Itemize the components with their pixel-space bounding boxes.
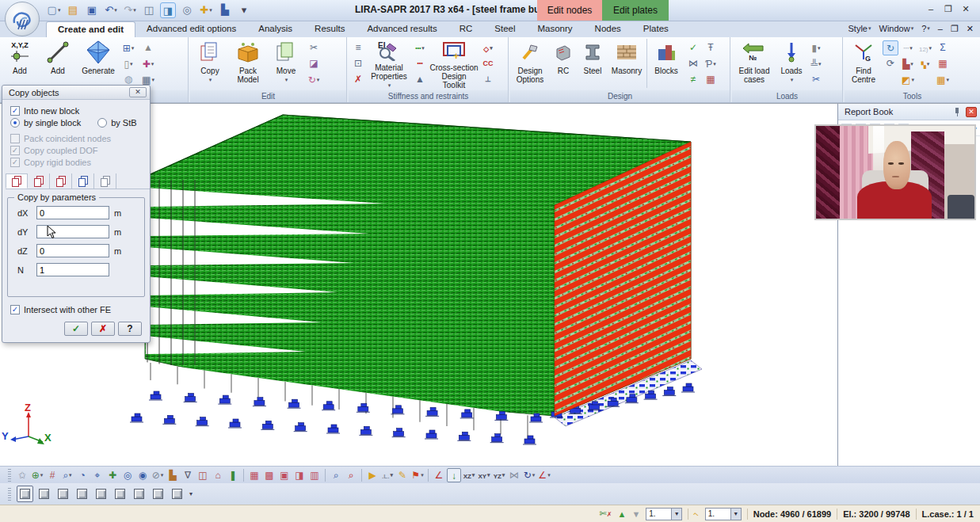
load-case-combo[interactable]: 1.▼ bbox=[646, 508, 682, 520]
column-icon[interactable]: ▯ bbox=[120, 56, 136, 71]
iso-view-3[interactable] bbox=[55, 486, 71, 502]
more-commands-icon[interactable]: ▾ bbox=[236, 2, 252, 18]
ribbon-tab[interactable]: Results bbox=[303, 21, 356, 37]
copy-button[interactable]: Copy bbox=[192, 39, 228, 90]
n-input[interactable] bbox=[36, 263, 109, 276]
truss-icon[interactable]: ▲ bbox=[140, 40, 156, 55]
stiffness-box-icon[interactable]: ⊡ bbox=[350, 56, 366, 71]
proj-xy-icon[interactable]: XY bbox=[477, 468, 491, 482]
toolbar-handle[interactable] bbox=[8, 469, 11, 482]
rotate-copy-icon[interactable]: ↻ bbox=[306, 72, 322, 87]
grid-frame-icon[interactable]: ⊞ bbox=[120, 40, 136, 55]
cross-section-toolkit-button[interactable]: + Cross-section Design Toolkit bbox=[429, 39, 479, 90]
add-node-button[interactable]: X,Y,Z Add bbox=[2, 39, 38, 90]
blocks-button[interactable]: Blocks bbox=[649, 39, 684, 90]
edit-load-cases-button[interactable]: № Edit load cases bbox=[734, 39, 775, 90]
add-bar-button[interactable]: Add bbox=[40, 39, 76, 90]
filter-icon[interactable]: ∇ bbox=[181, 468, 195, 482]
restore-button[interactable]: ❐ bbox=[942, 5, 955, 15]
help-menu[interactable]: ? bbox=[921, 24, 930, 34]
restraints-green-icon[interactable]: ┅ bbox=[412, 40, 428, 55]
flashlight-icon[interactable]: ▶ bbox=[365, 468, 379, 482]
design-options-button[interactable]: Design Options bbox=[512, 39, 548, 90]
axes-vertical-icon[interactable]: ↓ bbox=[447, 468, 461, 482]
cancel-button[interactable]: ✗ bbox=[91, 322, 115, 336]
chart-icon[interactable]: ▙ bbox=[217, 2, 233, 18]
pin-icon[interactable] bbox=[952, 107, 962, 116]
apply-button[interactable]: ✓ bbox=[64, 322, 88, 336]
tab-copy-by-parameters[interactable] bbox=[6, 173, 28, 189]
numbers-icon[interactable]: 12) bbox=[917, 40, 933, 55]
edit-plates-button[interactable]: Edit plates bbox=[602, 0, 669, 21]
pile-icon[interactable]: ⊥ bbox=[480, 72, 496, 87]
new-document-icon[interactable]: ▢ bbox=[46, 2, 62, 18]
close-button[interactable]: ✕ bbox=[959, 5, 972, 15]
perspective-icon[interactable]: ⋈ bbox=[507, 468, 521, 482]
proj-yz-icon[interactable]: YZ bbox=[492, 468, 506, 482]
select-block-icon[interactable]: ⊕ bbox=[30, 468, 44, 482]
pencil-icon[interactable]: ✎ bbox=[395, 468, 410, 482]
edit-nodes-button[interactable]: Edit nodes bbox=[537, 0, 602, 21]
select-rotate-icon[interactable]: ⟳ bbox=[883, 56, 898, 71]
mdi-close-button[interactable]: ✕ bbox=[967, 24, 974, 34]
ribbon-tab[interactable]: RC bbox=[448, 21, 484, 37]
tab-copy-stb[interactable] bbox=[94, 173, 116, 189]
ribbon-tab[interactable]: Advanced edit options bbox=[135, 21, 247, 37]
zoom-dynamic-icon[interactable]: ⌖ bbox=[90, 468, 105, 482]
ribbon-tab[interactable]: Plates bbox=[632, 21, 680, 37]
dialog-close-icon[interactable]: ✕ bbox=[129, 87, 147, 97]
up-level-icon[interactable]: ▲ bbox=[617, 509, 626, 519]
show-loads-icon[interactable]: ◨ bbox=[292, 468, 307, 482]
table-orange-icon[interactable]: ▦ bbox=[935, 72, 951, 87]
tab-copy-by-mirror[interactable] bbox=[50, 173, 72, 189]
steel-button[interactable]: Steel bbox=[578, 39, 607, 90]
save-icon[interactable]: ▣ bbox=[84, 2, 100, 18]
iso-view-4[interactable] bbox=[74, 486, 90, 502]
iso-view-8[interactable] bbox=[150, 486, 166, 502]
copy-coupled-dof-checkbox[interactable]: ✓ bbox=[10, 146, 20, 155]
pack-model-button[interactable]: Pack Model bbox=[230, 39, 266, 90]
select-hand-icon[interactable]: ✚ bbox=[198, 2, 214, 18]
dots-icon[interactable]: ┄ bbox=[900, 40, 916, 55]
toolbar-handle[interactable] bbox=[8, 488, 11, 501]
rotate-view-icon[interactable]: ↻ bbox=[522, 468, 536, 482]
clear-search-icon[interactable]: ⌕ bbox=[344, 468, 358, 482]
show-nodes-icon[interactable]: ▦ bbox=[247, 468, 261, 482]
by-single-block-radio[interactable] bbox=[10, 118, 20, 128]
check-assign-icon[interactable]: ✓ bbox=[685, 40, 701, 55]
move-button[interactable]: Move bbox=[268, 39, 304, 90]
minimize-button[interactable]: – bbox=[925, 5, 937, 15]
zoom-window-icon[interactable]: ◔ bbox=[75, 468, 90, 482]
zoom-out-icon[interactable]: ⌕ bbox=[60, 468, 74, 482]
undo-icon[interactable]: ↶ bbox=[103, 2, 119, 18]
mdi-minimize-button[interactable]: – bbox=[938, 24, 943, 34]
rc-button[interactable]: RC bbox=[550, 39, 577, 90]
show-supports-icon[interactable]: ▣ bbox=[277, 468, 292, 482]
iso-view-6[interactable] bbox=[112, 486, 128, 502]
copy-properties-icon[interactable]: ◪ bbox=[306, 56, 322, 71]
diagonal-icon[interactable]: ⋈ bbox=[685, 56, 701, 71]
style-menu[interactable]: Style bbox=[848, 24, 871, 34]
restore-fragment-icon[interactable]: ⌂ bbox=[211, 468, 225, 482]
down-level-icon[interactable]: ▼ bbox=[631, 509, 640, 519]
search-icon[interactable]: ⌕ bbox=[329, 468, 343, 482]
app-logo[interactable] bbox=[5, 2, 40, 36]
by-stb-radio[interactable] bbox=[97, 118, 107, 128]
cut-icon[interactable]: ✂ bbox=[306, 40, 322, 55]
window-menu[interactable]: Window bbox=[879, 24, 914, 34]
f-table-icon[interactable]: ▦ bbox=[703, 72, 719, 87]
iso-view-5[interactable] bbox=[93, 486, 109, 502]
help-button[interactable]: ? bbox=[118, 322, 142, 336]
pan-view-icon[interactable]: ⊘ bbox=[151, 468, 165, 482]
sum-icon[interactable]: Σ bbox=[935, 40, 951, 55]
combine-icon[interactable]: ≠ bbox=[685, 72, 701, 87]
redo-icon[interactable]: ↷ bbox=[122, 2, 138, 18]
axes-custom-icon[interactable]: ∠ bbox=[537, 468, 551, 482]
stiffness-list-icon[interactable]: ≡ bbox=[350, 40, 366, 55]
p-section-icon[interactable]: Ƥ bbox=[703, 56, 719, 71]
hinge-icon[interactable]: ◇ bbox=[480, 40, 496, 55]
copy-rigid-bodies-checkbox[interactable]: ✓ bbox=[10, 158, 20, 167]
tab-copy-by-rotation[interactable] bbox=[28, 173, 50, 189]
report-close-icon[interactable]: ✕ bbox=[966, 107, 977, 117]
rotate-model-icon[interactable]: ✚ bbox=[105, 468, 120, 482]
